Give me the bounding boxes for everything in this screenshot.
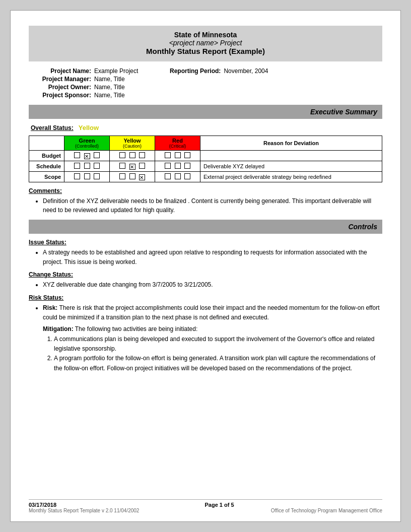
mitigation-para: Mitigation: The following two activities…: [43, 325, 382, 332]
project-name-row: Project Name: Example Project: [29, 68, 138, 75]
mitigation-text: The following two activities are being i…: [75, 325, 197, 332]
comments-section: Comments: Definition of the XYZ delivera…: [29, 187, 382, 215]
cb: [119, 152, 125, 158]
budget-yellow-cells: [110, 151, 155, 161]
issue-status-label: Issue Status:: [29, 239, 382, 246]
project-owner-label: Project Owner:: [29, 84, 94, 91]
issue-status-list: A strategy needs to be established and a…: [43, 248, 382, 267]
cb: [74, 173, 80, 179]
executive-summary-banner: Executive Summary: [29, 105, 382, 119]
project-sponsor-value: Name, Title: [94, 92, 125, 99]
cb: [119, 163, 125, 169]
budget-reason: [200, 151, 382, 161]
header-line3: Monthly Status Report (Example): [37, 47, 374, 55]
cb: [184, 173, 190, 179]
cb: [74, 163, 80, 169]
comments-list: Definition of the XYZ deliverable needs …: [43, 196, 382, 215]
list-item: A strategy needs to be established and a…: [43, 248, 382, 267]
footer: 03/17/2018 Page 1 of 5 Monthly Status Re…: [29, 499, 382, 513]
scope-label: Scope: [29, 172, 64, 182]
schedule-red-cells: [155, 161, 200, 172]
cb: [165, 163, 171, 169]
project-owner-row: Project Owner: Name, Title: [29, 84, 138, 91]
project-sponsor-row: Project Sponsor: Name, Title: [29, 92, 138, 99]
budget-red-cells: [155, 151, 200, 161]
change-status-list: XYZ deliverable due date changing from 3…: [43, 280, 382, 290]
cb: [175, 152, 181, 158]
project-manager-value: Name, Title: [94, 76, 125, 83]
list-item: Definition of the XYZ deliverable needs …: [43, 196, 382, 215]
reason-header: Reason for Deviation: [200, 136, 382, 151]
project-owner-value: Name, Title: [94, 84, 125, 91]
overall-status-row: Overall Status: Yellow: [31, 124, 382, 131]
page: State of Minnesota <project name> Projec…: [10, 10, 401, 522]
project-name-label: Project Name:: [29, 68, 94, 75]
cb: [129, 152, 135, 158]
header-line1: State of Minnesota: [37, 31, 374, 39]
scope-green-cells: [64, 172, 110, 182]
project-manager-label: Project Manager:: [29, 76, 94, 83]
green-header: Green (Controlled): [64, 136, 110, 151]
cb: [94, 163, 100, 169]
change-status-section: Change Status: XYZ deliverable due date …: [29, 271, 382, 290]
project-info: Project Name: Example Project Project Ma…: [29, 68, 382, 100]
cb: [74, 152, 80, 158]
issue-status-section: Issue Status: A strategy needs to be est…: [29, 239, 382, 267]
schedule-yellow-cells: [110, 161, 155, 172]
risk-intro: Risk:: [43, 304, 57, 311]
footer-template: Monthly Status Report Template v 2.0 11/…: [29, 508, 139, 513]
scope-yellow-cells: [110, 172, 155, 182]
footer-page: Page 1 of 5: [204, 502, 234, 508]
header-line2: <project name> Project: [37, 39, 374, 47]
footer-top: 03/17/2018 Page 1 of 5: [29, 502, 382, 508]
list-item: A communications plan is being developed…: [54, 335, 382, 354]
cb: [94, 173, 100, 179]
reporting-period-label: Reporting Period:: [158, 68, 224, 75]
project-name-value: Example Project: [94, 68, 138, 75]
project-info-right: Reporting Period: November, 2004: [158, 68, 268, 100]
cb: [165, 152, 171, 158]
project-sponsor-label: Project Sponsor:: [29, 92, 94, 99]
header-block: State of Minnesota <project name> Projec…: [29, 26, 382, 61]
table-row: Schedule Deliverable XYZ delayed: [29, 161, 382, 172]
project-manager-row: Project Manager: Name, Title: [29, 76, 138, 83]
mitigation-list: A communications plan is being developed…: [54, 335, 382, 373]
cb: [84, 173, 90, 179]
yellow-header: Yellow (Caution): [110, 136, 155, 151]
footer-date: 03/17/2018: [29, 502, 56, 508]
scope-reason: External project deliverable strategy be…: [200, 172, 382, 182]
table-row: Budget: [29, 151, 382, 161]
scope-red-cells: [155, 172, 200, 182]
cb-checked: [84, 153, 90, 159]
risk-status-label: Risk Status:: [29, 294, 382, 301]
budget-label: Budget: [29, 151, 64, 161]
cb: [119, 173, 125, 179]
red-header: Red (Critical): [155, 136, 200, 151]
change-status-label: Change Status:: [29, 271, 382, 278]
cb: [94, 152, 100, 158]
schedule-reason: Deliverable XYZ delayed: [200, 161, 382, 172]
cb: [184, 152, 190, 158]
controls-banner: Controls: [29, 220, 382, 234]
cb: [175, 163, 181, 169]
comments-label: Comments:: [29, 187, 382, 194]
mitigation-intro: Mitigation:: [43, 325, 74, 332]
cb: [165, 173, 171, 179]
cb: [84, 163, 90, 169]
status-table: Green (Controlled) Yellow (Caution) Red …: [29, 136, 382, 182]
reporting-period-row: Reporting Period: November, 2004: [158, 68, 268, 75]
reporting-period-value: November, 2004: [224, 68, 268, 75]
risk-status-list: Risk: There is risk that the project acc…: [43, 303, 382, 322]
cb: [129, 173, 135, 179]
cb: [184, 163, 190, 169]
risk-status-section: Risk Status: Risk: There is risk that th…: [29, 294, 382, 373]
schedule-green-cells: [64, 161, 110, 172]
schedule-label: Schedule: [29, 161, 64, 172]
budget-green-cells: [64, 151, 110, 161]
cb: [139, 152, 145, 158]
list-item: XYZ deliverable due date changing from 3…: [43, 280, 382, 290]
cb: [139, 163, 145, 169]
risk-text: There is risk that the project accomplis…: [43, 304, 380, 321]
overall-status-value: Yellow: [79, 124, 99, 131]
table-row: Scope External project deliverable stra: [29, 172, 382, 182]
